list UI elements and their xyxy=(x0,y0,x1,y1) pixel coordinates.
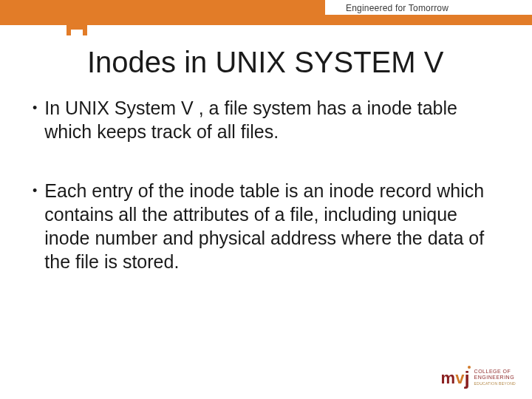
header-notch xyxy=(66,25,87,35)
bullet-text: In UNIX System V , a file system has a i… xyxy=(44,96,505,143)
slide-title: Inodes in UNIX SYSTEM V xyxy=(87,46,443,79)
logo-letter-m: m xyxy=(441,369,456,388)
logo-letter-j: j xyxy=(464,367,469,390)
logo-letter-v: v xyxy=(455,369,464,388)
bullet-item: • In UNIX System V , a file system has a… xyxy=(33,96,505,143)
logo-subtext: EDUCATION BEYOND xyxy=(474,381,516,386)
footer-logo: mvj COLLEGE OF ENGINEERING EDUCATION BEY… xyxy=(441,366,516,389)
header-left-block xyxy=(0,0,325,25)
tagline-text: Engineered for Tomorrow xyxy=(346,3,449,13)
bullet-dot-icon: • xyxy=(33,179,37,202)
logo-line2: ENGINEERING xyxy=(474,375,516,381)
content-area: • In UNIX System V , a file system has a… xyxy=(33,96,505,309)
bullet-dot-icon: • xyxy=(33,96,37,120)
logo-text: COLLEGE OF ENGINEERING EDUCATION BEYOND xyxy=(474,369,516,386)
bullet-text: Each entry of the inode table is an inod… xyxy=(44,179,505,273)
logo-line1: COLLEGE OF xyxy=(474,369,516,375)
logo-mark: mvj xyxy=(441,366,470,389)
bullet-item: • Each entry of the inode table is an in… xyxy=(33,179,505,273)
